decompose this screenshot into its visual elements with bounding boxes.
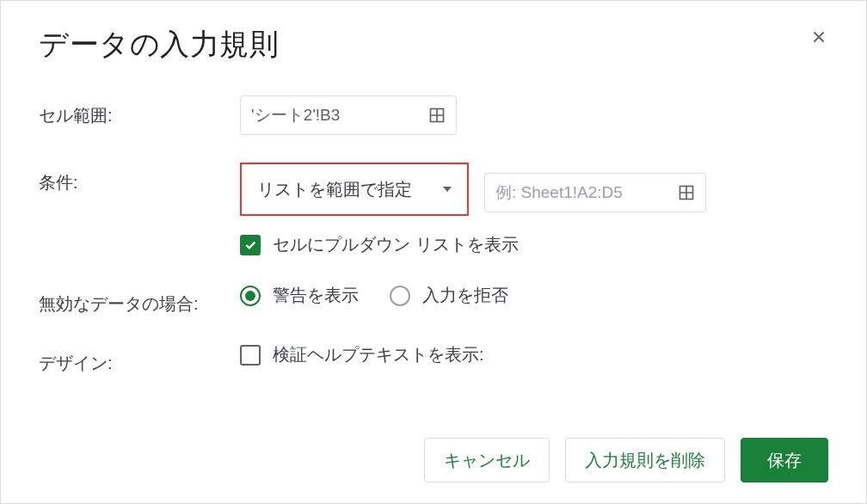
reject-radio-label: 入力を拒否 — [422, 284, 508, 307]
show-dropdown-checkbox[interactable] — [240, 235, 261, 255]
reject-radio-option[interactable]: 入力を拒否 — [390, 284, 508, 307]
show-dropdown-checkbox-row[interactable]: セルにプルダウン リストを表示 — [240, 233, 828, 256]
check-icon — [243, 238, 257, 252]
condition-row: 条件: リストを範囲で指定 例: Sheet1!A2:D5 セルにプルダウン リ… — [39, 163, 828, 256]
cell-range-input[interactable]: 'シート2'!B3 — [240, 95, 457, 135]
design-label: デザイン: — [39, 343, 240, 375]
range-placeholder: 例: Sheet1!A2:D5 — [495, 181, 623, 204]
grid-icon — [678, 184, 695, 201]
condition-dropdown-value: リストを範囲で指定 — [257, 178, 412, 201]
range-example-input[interactable]: 例: Sheet1!A2:D5 — [484, 173, 706, 212]
warning-radio-label: 警告を表示 — [273, 284, 359, 307]
cell-range-label: セル範囲: — [39, 95, 240, 127]
cell-range-row: セル範囲: 'シート2'!B3 — [39, 95, 828, 135]
invalid-data-row: 無効なデータの場合: 警告を表示 入力を拒否 — [39, 284, 828, 316]
dialog-header: データの入力規則 — [39, 25, 828, 65]
cancel-button[interactable]: キャンセル — [424, 438, 550, 482]
data-validation-dialog: データの入力規則 セル範囲: 'シート2'!B3 条件: リストを範囲で指定 例… — [0, 0, 867, 504]
show-dropdown-label: セルにプルダウン リストを表示 — [273, 233, 519, 256]
condition-label: 条件: — [39, 163, 240, 194]
chevron-down-icon — [443, 187, 452, 192]
close-button[interactable] — [809, 25, 828, 51]
invalid-data-label: 無効なデータの場合: — [39, 284, 240, 316]
close-icon — [809, 28, 828, 46]
remove-rule-button[interactable]: 入力規則を削除 — [565, 438, 725, 482]
help-text-checkbox-row[interactable]: 検証ヘルプテキストを表示: — [240, 343, 828, 366]
help-text-label: 検証ヘルプテキストを表示: — [273, 343, 484, 366]
condition-dropdown[interactable]: リストを範囲で指定 — [240, 163, 469, 216]
dialog-footer: キャンセル 入力規則を削除 保存 — [39, 438, 828, 482]
cell-range-value: 'シート2'!B3 — [251, 104, 340, 126]
save-button[interactable]: 保存 — [741, 438, 828, 482]
warning-radio-option[interactable]: 警告を表示 — [240, 284, 359, 307]
help-text-checkbox[interactable] — [240, 345, 261, 366]
design-row: デザイン: 検証ヘルプテキストを表示: — [39, 343, 828, 375]
dialog-title: データの入力規則 — [39, 25, 279, 65]
reject-radio[interactable] — [390, 286, 410, 306]
grid-icon — [428, 107, 446, 124]
warning-radio[interactable] — [240, 286, 261, 306]
